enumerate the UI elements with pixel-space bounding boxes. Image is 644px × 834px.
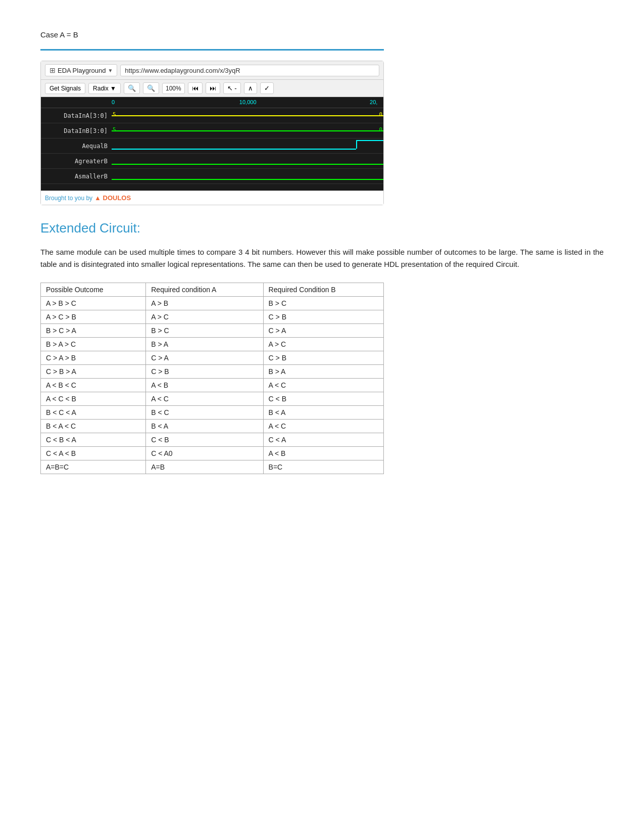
signal-name-aequalb: AequalB — [41, 143, 112, 150]
sig-aequal-high — [356, 140, 383, 141]
signal-row-agreaterb: AgreaterB — [41, 154, 383, 169]
table-cell: B > A — [263, 365, 383, 379]
table-cell: A < B < C — [41, 379, 146, 392]
signal-area-agreaterb — [112, 154, 383, 168]
table-cell: A=B=C — [41, 460, 146, 474]
sig-dataina-val-end: 0 — [379, 111, 382, 118]
table-cell: B < A < C — [41, 420, 146, 433]
timeline-ruler: 0 10,000 20, — [112, 97, 383, 108]
waveform-area: 0 10,000 20, DataInA[3:0] 5 0 DataInB[3:… — [41, 97, 383, 191]
sig-aequal-shape — [112, 138, 383, 153]
table-cell: B > C — [146, 324, 263, 338]
sig-asmaller-line — [112, 179, 383, 180]
table-cell: B > A — [146, 338, 263, 351]
table-cell: B=C — [263, 460, 383, 474]
signal-area-dataina: 5 0 — [112, 108, 383, 123]
signal-row-dataina: DataInA[3:0] 5 0 — [41, 108, 383, 123]
waveform-timeline: 0 10,000 20, — [41, 97, 383, 108]
table-row: A < C < BA < CC < B — [41, 392, 384, 406]
rewind-button[interactable]: ⏮ — [188, 82, 203, 94]
tab-dropdown-icon[interactable]: ▼ — [108, 68, 113, 73]
table-row: B > A > CB > AA > C — [41, 338, 384, 351]
section-body: The same module can be used multiple tim… — [40, 246, 604, 270]
table-cell: B < A — [263, 406, 383, 420]
sig-agreater-line — [112, 164, 383, 165]
table-row: A < B < CA < BA < C — [41, 379, 384, 392]
signal-row-aequalb: AequalB — [41, 138, 383, 154]
radix-button[interactable]: Radix ▼ — [88, 83, 121, 94]
table-cell: A < C — [263, 420, 383, 433]
table-row: B < A < CB < AA < C — [41, 420, 384, 433]
table-row: C < B < AC < BC < A — [41, 433, 384, 447]
search-zoom-button[interactable]: 🔍 — [124, 82, 140, 94]
sig-aequal-low — [112, 149, 356, 150]
sig-agreater-shape — [112, 154, 383, 168]
radix-dropdown-icon: ▼ — [110, 85, 116, 92]
sig-dataina-val-start: 5 — [113, 111, 116, 118]
table-cell: B < A — [146, 420, 263, 433]
timeline-mark-0: 0 — [112, 99, 115, 105]
table-cell: A < C < B — [41, 392, 146, 406]
table-cell: C > A > B — [41, 351, 146, 365]
table-cell: C < A0 — [146, 447, 263, 460]
table-cell: B > C — [263, 297, 383, 310]
table-cell: A < C — [263, 379, 383, 392]
sig-datainb-line — [112, 130, 383, 131]
sig-aequal-step — [356, 140, 383, 149]
section-title: Extended Circuit: — [40, 220, 604, 236]
table-cell: B < C — [146, 406, 263, 420]
browser-url-bar[interactable]: https://www.edaplayground.com/x/3yqR — [120, 65, 379, 76]
signal-area-datainb: 5 0 — [112, 123, 383, 138]
tab-plus-icon: ⊞ — [49, 66, 56, 74]
col-header-outcome: Possible Outcome — [41, 283, 146, 297]
table-row: C > A > BC > AC > B — [41, 351, 384, 365]
table-cell: A < B — [263, 447, 383, 460]
signal-area-asmallerb — [112, 169, 383, 183]
table-row: A=B=CA=BB=C — [41, 460, 384, 474]
signal-row-asmallerb: AsmallerB — [41, 169, 383, 184]
doulos-logo: ▲ DOULOS — [94, 194, 131, 202]
table-cell: B > A > C — [41, 338, 146, 351]
table-cell: C > B — [263, 351, 383, 365]
table-cell: A > B — [146, 297, 263, 310]
table-row: A > B > CA > BB > C — [41, 297, 384, 310]
case-heading: Case A = B — [40, 30, 604, 39]
zoom-level: 100% — [162, 83, 185, 94]
table-cell: A=B — [146, 460, 263, 474]
browser-tab[interactable]: ⊞ EDA Playground ▼ — [45, 64, 117, 76]
table-cell: C > A — [146, 351, 263, 365]
radix-label: Radix — [93, 85, 109, 92]
sig-dataina-line — [112, 115, 383, 116]
table-cell: A > C — [146, 310, 263, 324]
timeline-label-spacer — [41, 97, 112, 108]
search-button[interactable]: 🔍 — [143, 82, 159, 94]
table-cell: A < C — [146, 392, 263, 406]
table-cell: C > A — [263, 324, 383, 338]
table-header-row: Possible Outcome Required condition A Re… — [41, 283, 384, 297]
table-cell: C < B < A — [41, 433, 146, 447]
table-cell: C < B — [146, 433, 263, 447]
zoom-out-button[interactable]: ✓ — [260, 82, 274, 94]
table-row: C > B > AC > BB > A — [41, 365, 384, 379]
signal-name-agreaterb: AgreaterB — [41, 158, 112, 165]
table-cell: A > C > B — [41, 310, 146, 324]
cursor-button[interactable]: ↖ - — [223, 82, 241, 94]
signal-name-asmallerb: AsmallerB — [41, 173, 112, 180]
sig-datainb-val-start: 5 — [113, 126, 116, 133]
waveform-rows: DataInA[3:0] 5 0 DataInB[3:0] 5 0 Aequal… — [41, 108, 383, 184]
tab-label: EDA Playground — [58, 67, 106, 74]
table-cell: A > C — [263, 338, 383, 351]
table-body: A > B > CA > BB > CA > C > BA > CC > BB … — [41, 297, 384, 474]
get-signals-button[interactable]: Get Signals — [45, 83, 85, 94]
top-divider — [40, 49, 384, 51]
col-header-cond-b: Required Condition B — [263, 283, 383, 297]
table-cell: A > B > C — [41, 297, 146, 310]
fast-forward-button[interactable]: ⏭ — [206, 82, 220, 94]
signal-name-datainb: DataInB[3:0] — [41, 127, 112, 134]
zoom-in-button[interactable]: ∧ — [244, 82, 257, 94]
table-cell: C > B > A — [41, 365, 146, 379]
table-cell: C > B — [263, 310, 383, 324]
table-cell: B > C > A — [41, 324, 146, 338]
outcomes-table: Possible Outcome Required condition A Re… — [40, 283, 384, 474]
timeline-mark-10000: 10,000 — [239, 99, 257, 105]
